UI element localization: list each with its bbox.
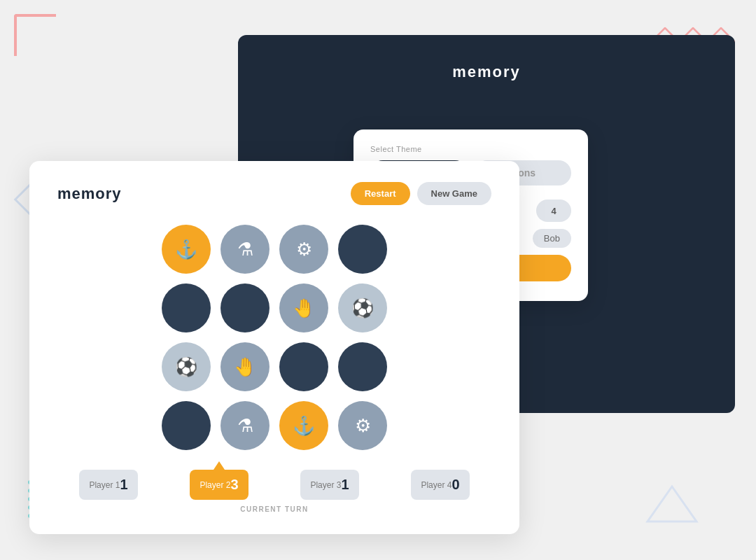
game-cell-11[interactable] — [338, 342, 387, 391]
game-cell-3[interactable] — [338, 225, 387, 274]
cell-icon-8: ⚽ — [175, 356, 197, 378]
game-cell-8[interactable]: ⚽ — [162, 342, 211, 391]
game-cell-14[interactable]: ⚓ — [279, 401, 328, 450]
player-label-3: Player 3 — [310, 480, 341, 490]
game-cell-1[interactable]: ⚗ — [220, 225, 270, 274]
game-grid: ⚓⚗⚙🤚⚽⚽🤚⚗⚓⚙ — [57, 225, 491, 450]
player-card-2: Player 23 — [190, 470, 248, 500]
player-card-1: Player 11 — [79, 470, 137, 500]
game-cell-10[interactable] — [279, 342, 328, 391]
svg-marker-0 — [648, 486, 696, 522]
game-cell-7[interactable]: ⚽ — [338, 284, 387, 332]
theme-modal-label: Select Theme — [370, 145, 571, 153]
player-label-1: Player 1 — [89, 480, 120, 490]
game-cell-6[interactable]: 🤚 — [279, 284, 328, 332]
player-score-3: 1 — [341, 477, 349, 493]
player-card-4: Player 40 — [411, 470, 469, 500]
cell-icon-0: ⚓ — [175, 239, 197, 260]
current-turn-label: CURRENT TURN — [57, 505, 491, 513]
game-cell-9[interactable]: 🤚 — [220, 342, 270, 391]
game-cell-4[interactable] — [162, 284, 211, 332]
cell-icon-6: 🤚 — [293, 298, 315, 319]
cell-icon-14: ⚓ — [293, 415, 315, 437]
modal-score-pill: 4 — [536, 200, 571, 222]
game-cell-13[interactable]: ⚗ — [220, 401, 270, 450]
cell-icon-1: ⚗ — [237, 239, 253, 260]
current-turn-indicator — [214, 461, 225, 470]
game-cell-12[interactable] — [162, 401, 211, 450]
player-label-4: Player 4 — [421, 480, 451, 490]
cell-icon-2: ⚙ — [296, 239, 312, 260]
game-cell-0[interactable]: ⚓ — [162, 225, 211, 274]
game-cell-2[interactable]: ⚙ — [279, 225, 328, 274]
header-buttons: Restart New Game — [351, 182, 491, 205]
player-label-2: Player 2 — [200, 480, 230, 490]
modal-name-pill: Bob — [533, 229, 571, 248]
game-cell-5[interactable] — [220, 284, 270, 332]
game-panel: memory Restart New Game ⚓⚗⚙🤚⚽⚽🤚⚗⚓⚙ Playe… — [29, 161, 519, 534]
cell-icon-7: ⚽ — [351, 298, 374, 319]
game-header: memory Restart New Game — [57, 182, 491, 205]
cell-icon-13: ⚗ — [237, 415, 253, 437]
game-cell-15[interactable]: ⚙ — [338, 401, 387, 450]
cell-icon-15: ⚙ — [355, 415, 371, 437]
player-score-1: 1 — [120, 477, 127, 493]
back-panel-title: memory — [452, 63, 521, 81]
corner-decoration — [14, 14, 56, 56]
cell-icon-9: 🤚 — [234, 356, 256, 378]
new-game-button[interactable]: New Game — [417, 182, 491, 205]
players-row: Player 11Player 23Player 31Player 40 — [57, 470, 491, 500]
player-card-3: Player 31 — [300, 470, 358, 500]
game-title: memory — [57, 185, 122, 203]
player-score-4: 0 — [451, 477, 459, 493]
triangle-decoration — [644, 483, 700, 525]
restart-button[interactable]: Restart — [351, 182, 410, 205]
player-score-2: 3 — [230, 477, 238, 493]
